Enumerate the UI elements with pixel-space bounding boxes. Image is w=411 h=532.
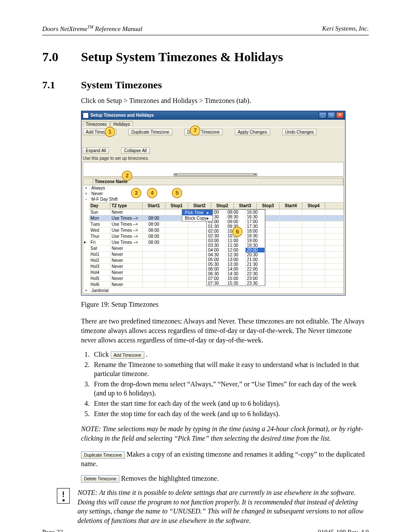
collapse-all-button[interactable]: Collapse All	[121, 147, 149, 154]
time-cell[interactable]	[302, 215, 325, 221]
tztype-cell[interactable]: Never	[110, 270, 143, 275]
picker-time[interactable]: 16:30	[246, 215, 265, 219]
maximize-button[interactable]: □	[327, 112, 335, 118]
time-cell[interactable]	[302, 258, 325, 263]
time-picker[interactable]: 00:0008:0016:0000:3008:3016:3001:0009:00…	[206, 209, 265, 286]
time-cell[interactable]	[165, 276, 188, 281]
picker-time[interactable]: 02:30	[207, 233, 226, 238]
picker-time[interactable]: 18:00	[246, 229, 265, 233]
picker-time[interactable]: 17:30	[246, 224, 265, 229]
tztype-cell[interactable]: Use Times –>	[110, 215, 143, 221]
time-cell[interactable]	[280, 209, 302, 215]
time-cell[interactable]: 08:00	[143, 240, 165, 245]
subgrid-header[interactable]: Start2	[188, 202, 211, 209]
subgrid-header[interactable]: Stop4	[302, 202, 325, 209]
time-cell[interactable]	[165, 264, 188, 269]
picker-time[interactable]: 21:30	[246, 262, 265, 267]
picker-time[interactable]: 13:30	[226, 262, 246, 267]
tztype-cell[interactable]: Never	[110, 246, 143, 251]
tz-node-never[interactable]: + Never	[83, 191, 343, 196]
time-cell[interactable]	[302, 264, 325, 269]
time-cell[interactable]	[280, 270, 302, 275]
time-cell[interactable]	[165, 246, 188, 251]
time-cell[interactable]	[302, 221, 325, 227]
expand-icon[interactable]: +	[83, 186, 90, 190]
tztype-cell[interactable]: Use Times –>	[110, 240, 143, 245]
picker-time[interactable]: 08:00	[226, 210, 246, 215]
subgrid-header[interactable]: Day	[89, 202, 110, 209]
time-cell[interactable]	[302, 209, 325, 215]
time-cell[interactable]	[302, 246, 325, 251]
picker-time[interactable]: 05:00	[207, 257, 226, 262]
time-cell[interactable]	[280, 215, 302, 221]
picker-time[interactable]: 01:30	[207, 224, 226, 229]
tztype-cell[interactable]: Never	[110, 209, 143, 215]
picker-time[interactable]: 11:00	[226, 238, 246, 243]
time-cell[interactable]	[280, 282, 302, 287]
picker-time[interactable]: 23:00	[246, 276, 265, 281]
time-cell[interactable]	[280, 221, 302, 227]
time-cell[interactable]	[143, 252, 165, 257]
tztype-cell[interactable]: Never	[110, 282, 143, 287]
expand-all-button[interactable]: Expand All	[83, 147, 109, 154]
minimize-button[interactable]: _	[319, 112, 327, 118]
picker-time[interactable]: 23:30	[246, 281, 265, 286]
time-cell[interactable]	[143, 246, 165, 251]
time-cell[interactable]	[280, 276, 302, 281]
tztype-cell[interactable]: Use Times –>	[110, 233, 143, 239]
tztype-cell[interactable]: Never	[110, 252, 143, 257]
apply-changes-button[interactable]: Apply Changes	[235, 129, 270, 135]
context-pick-time[interactable]: Pick Time ▸	[182, 210, 212, 215]
time-cell[interactable]	[302, 240, 325, 245]
tztype-cell[interactable]: Never	[110, 264, 143, 269]
tz-node-always[interactable]: + Always	[83, 185, 343, 191]
picker-time[interactable]: 03:30	[207, 243, 226, 248]
time-cell[interactable]: 08:00	[143, 215, 165, 221]
picker-time[interactable]: 15:30	[226, 281, 246, 286]
picker-time[interactable]: 12:30	[226, 252, 246, 257]
duplicate-timezone-button[interactable]: Duplicate Timezone	[128, 129, 172, 135]
time-cell[interactable]	[302, 227, 325, 233]
picker-time[interactable]: 20:00	[246, 248, 265, 252]
time-cell[interactable]	[280, 264, 302, 269]
picker-time[interactable]: 12:00	[226, 248, 246, 252]
time-cell[interactable]	[165, 270, 188, 275]
time-cell[interactable]	[302, 282, 325, 287]
picker-time[interactable]: 19:30	[246, 243, 265, 248]
subgrid-header[interactable]: Start1	[143, 202, 165, 209]
expand-icon[interactable]: +	[83, 191, 90, 196]
time-cell[interactable]	[302, 233, 325, 239]
time-cell[interactable]	[143, 270, 165, 275]
picker-time[interactable]: 15:00	[226, 276, 246, 281]
subgrid-header[interactable]: Stop2	[211, 202, 234, 209]
subgrid-header[interactable]: Stop1	[165, 202, 188, 209]
picker-time[interactable]: 02:00	[207, 229, 226, 233]
time-cell[interactable]	[302, 276, 325, 281]
time-cell[interactable]	[165, 258, 188, 263]
picker-time[interactable]: 09:00	[226, 219, 246, 224]
collapse-icon[interactable]: −	[83, 197, 90, 202]
picker-time[interactable]: 18:30	[246, 233, 265, 238]
picker-time[interactable]: 14:00	[226, 267, 246, 271]
tztype-cell[interactable]: Never	[110, 276, 143, 281]
time-cell[interactable]	[280, 240, 302, 245]
time-cell[interactable]: 08:00	[143, 221, 165, 227]
time-cell[interactable]	[280, 233, 302, 239]
time-cell[interactable]	[165, 233, 188, 239]
time-cell[interactable]	[165, 227, 188, 233]
picker-time[interactable]: 17:00	[246, 219, 265, 224]
context-menu[interactable]: Pick Time ▸ Block Copy ▸	[182, 209, 213, 221]
picker-time[interactable]: 16:00	[246, 210, 265, 215]
subgrid-header[interactable]: Start3	[234, 202, 257, 209]
picker-time[interactable]: 07:30	[207, 281, 226, 286]
tz-node-janitorial[interactable]: + Janitorial	[83, 288, 343, 293]
time-cell[interactable]	[143, 258, 165, 263]
time-cell[interactable]	[280, 252, 302, 257]
time-cell[interactable]	[143, 282, 165, 287]
picker-time[interactable]: 08:30	[226, 215, 246, 219]
time-cell[interactable]	[143, 276, 165, 281]
subgrid-header[interactable]: Start4	[280, 202, 302, 209]
tab-timezones[interactable]: Timezones	[83, 121, 110, 127]
time-cell[interactable]	[165, 282, 188, 287]
subgrid-header[interactable]: TZ type	[110, 202, 143, 209]
